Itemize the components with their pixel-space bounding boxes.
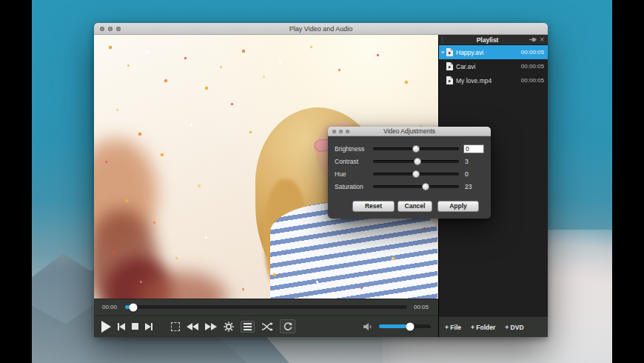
confetti-piece [316, 281, 318, 283]
play-icon [101, 321, 111, 333]
hue-row: Hue 0 [335, 167, 484, 180]
hue-label: Hue [335, 170, 369, 178]
shuffle-icon [261, 322, 273, 331]
hue-slider-thumb[interactable] [412, 170, 420, 178]
add-dvd-button[interactable]: + DVD [505, 324, 523, 331]
reset-button[interactable]: Reset [352, 201, 395, 212]
rewind-icon [187, 323, 192, 330]
apply-button[interactable]: Apply [437, 201, 479, 212]
brightness-slider-thumb[interactable] [412, 145, 420, 153]
media-file-name: Car.avi [456, 63, 519, 70]
seek-row: 00:00 00:05 [94, 299, 438, 315]
contrast-row: Contrast 3 [335, 155, 484, 167]
volume-slider[interactable] [379, 324, 431, 328]
dialog-titlebar[interactable]: Video Adjustments [328, 127, 491, 136]
transport-controls [94, 315, 438, 337]
drag-handle-icon[interactable]: ⋮ [439, 35, 446, 45]
desktop: Play Video and Audio [0, 0, 644, 363]
saturation-slider-thumb[interactable] [422, 183, 429, 190]
fullscreen-button[interactable] [159, 322, 180, 331]
playlist-title: Playlist [446, 36, 529, 44]
media-file-icon [446, 62, 453, 70]
saturation-slider[interactable] [373, 182, 459, 191]
fast-forward-button[interactable] [205, 323, 217, 330]
next-button[interactable] [145, 323, 152, 330]
repeat-button[interactable] [280, 319, 295, 333]
hue-slider[interactable] [373, 170, 459, 179]
settings-button[interactable] [224, 322, 234, 332]
confetti-piece [146, 51, 148, 53]
rewind-button[interactable] [187, 323, 198, 330]
cancel-button[interactable]: Cancel [398, 201, 432, 212]
pin-icon[interactable] [529, 37, 537, 42]
saturation-row: Saturation 23 [335, 180, 484, 193]
media-file-icon [446, 76, 453, 84]
fast-forward-icon [205, 323, 211, 330]
gear-icon [224, 322, 234, 332]
add-folder-button[interactable]: + Folder [471, 324, 495, 331]
dialog-title: Video Adjustments [328, 127, 491, 136]
speaker-icon [363, 322, 374, 331]
brightness-label: Brightness [335, 145, 369, 153]
dialog-buttons: Reset Cancel Apply [335, 201, 484, 212]
seek-thumb[interactable] [130, 303, 138, 311]
media-duration: 00:00:05 [521, 77, 544, 84]
media-file-name: My love.mp4 [456, 77, 519, 84]
brightness-row: Brightness [335, 142, 484, 155]
playlist-header: ⋮ Playlist × [439, 35, 548, 45]
dialog-body: Brightness Contrast 3 Hue [328, 136, 491, 219]
saturation-value: 23 [463, 183, 484, 190]
volume-thumb[interactable] [406, 322, 415, 330]
brightness-value-input[interactable] [463, 144, 484, 153]
window-title: Play Video and Audio [94, 23, 548, 35]
elapsed-time: 00:00 [102, 304, 118, 310]
confetti-piece [273, 273, 277, 277]
contrast-label: Contrast [335, 158, 369, 165]
contrast-value: 3 [463, 158, 484, 165]
add-file-button[interactable]: + File [445, 324, 461, 331]
playlist-add-bar: + File + Folder + DVD [439, 316, 548, 337]
brightness-slider[interactable] [373, 144, 459, 153]
media-duration: 00:00:05 [521, 49, 544, 56]
confetti-piece [153, 222, 155, 224]
media-duration: 00:00:05 [521, 63, 544, 70]
video-adjustments-dialog: Video Adjustments Brightness Contrast 3 [328, 127, 491, 219]
media-file-name: Happy.avi [456, 49, 519, 56]
fullscreen-icon [171, 322, 180, 331]
media-file-icon [446, 48, 453, 56]
playlist-item[interactable]: Car.avi 00:00:05 [439, 59, 548, 73]
next-icon [145, 323, 151, 330]
play-button[interactable] [101, 321, 111, 333]
now-playing-icon: » [439, 49, 446, 56]
previous-button[interactable] [118, 323, 125, 330]
total-time: 00:05 [414, 304, 430, 310]
seek-bar[interactable] [125, 305, 407, 309]
stop-button[interactable] [132, 323, 138, 330]
playlist-toggle-button[interactable] [241, 321, 255, 333]
playlist-close-icon[interactable]: × [540, 35, 544, 45]
hue-value: 0 [463, 170, 484, 178]
playlist-item[interactable]: My love.mp4 00:00:05 [439, 73, 548, 87]
saturation-label: Saturation [335, 183, 369, 190]
playlist-item[interactable]: » Happy.avi 00:00:05 [439, 45, 548, 59]
contrast-slider[interactable] [373, 157, 459, 166]
confetti-piece [190, 124, 192, 126]
confetti-piece [279, 61, 281, 63]
playlist-icon [244, 323, 252, 330]
shuffle-button[interactable] [261, 322, 273, 331]
window-titlebar[interactable]: Play Video and Audio [94, 23, 548, 35]
volume-control [363, 322, 431, 331]
stop-icon [132, 323, 138, 330]
contrast-slider-thumb[interactable] [414, 158, 421, 165]
confetti-piece [205, 87, 209, 90]
repeat-icon [283, 322, 292, 331]
confetti-piece [205, 236, 207, 239]
